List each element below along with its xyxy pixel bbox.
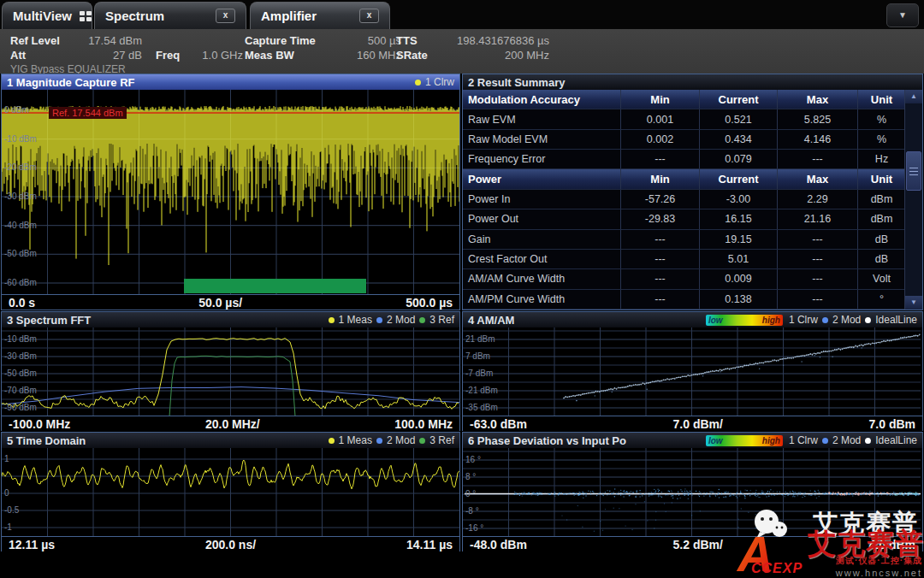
att-value[interactable]: 27 dB [50, 49, 142, 62]
result-summary-table: Modulation AccuracyMinCurrentMaxUnitRaw … [463, 90, 905, 310]
tts-value[interactable]: 198.431676836 µs [438, 34, 549, 47]
x-axis: 0.0 s 50.0 µs/ 500.0 µs [2, 294, 459, 310]
time-domain-plot[interactable]: 10-0.5-1 [2, 448, 459, 536]
window-title-bar[interactable]: 2 Result Summary [463, 74, 922, 90]
y-axis-label: -35 dBm [465, 403, 498, 412]
x-axis: -100.0 MHz20.0 MHz/100.0 MHz [2, 416, 459, 431]
y-axis-label: -21 dBm [465, 386, 498, 395]
y-axis-label: -90 dBm [4, 403, 37, 412]
spectrum-fft-plot[interactable]: -10 dBm-30 dBm-50 dBm-70 dBm-90 dBm [2, 327, 459, 416]
table-row: Gain---19.15---dB [463, 230, 905, 250]
y-axis-label: -40 dBm [4, 221, 37, 230]
y-axis-label: -50 dBm [4, 369, 37, 378]
meas-bw-value[interactable]: 160 MHz [329, 49, 401, 62]
meas-bw-label: Meas BW [245, 49, 294, 62]
tab-spectrum[interactable]: Spectrum x [94, 2, 246, 29]
y-axis-label: -10 dBm [4, 134, 37, 144]
y-axis-label: 7 dBm [465, 351, 490, 361]
x-axis: -63.0 dBm7.0 dBm/7.0 dBm [463, 416, 922, 431]
y-axis-label: 0 [4, 488, 9, 498]
am-am-plot[interactable]: 21 dBm7 dBm-7 dBm-21 dBm-35 dBm [463, 327, 922, 416]
table-row: Crest Factor Out---5.01---dB [463, 250, 905, 269]
trace-legend-label: 1 Clrw [425, 76, 454, 88]
am-am-trace [463, 327, 921, 416]
y-axis-label: -8 ° [465, 506, 479, 516]
analyzer-screen: MultiView Spectrum x Amplifier x ▼ Ref L… [0, 0, 924, 578]
window-title-bar[interactable]: 5 Time Domain 1 Meas 2 Mod 3 Ref [2, 433, 459, 448]
y-axis-label: -70 dBm [4, 386, 37, 395]
panel6-title: 6 Phase Deviation vs Input Po [468, 434, 626, 447]
panel3-title: 3 Spectrum FFT [7, 314, 91, 327]
spectrum-traces [2, 327, 459, 416]
capture-time-value[interactable]: 500 µs [329, 34, 401, 47]
density-gradient-legend: low high [706, 315, 783, 326]
scroll-up-icon[interactable]: ▲ [905, 90, 922, 103]
tab-amplifier-label: Amplifier [261, 9, 317, 23]
ref-level-marker: Ref. 17.544 dBm [49, 107, 127, 119]
table-scrollbar[interactable]: ▲ ▼ [904, 90, 922, 310]
y-axis-label: -20 dBm [4, 162, 37, 172]
brand-tagline: 测试·仪器·工控·集成 [836, 555, 922, 567]
panel2-title: 2 Result Summary [468, 76, 565, 89]
y-axis-label: -30 dBm [4, 192, 37, 201]
scroll-down-icon[interactable]: ▼ [905, 296, 922, 310]
y-axis-label: 0 dBm [4, 105, 29, 115]
trace-legend: 1 Meas 2 Mod 3 Ref [329, 434, 454, 446]
srate-value[interactable]: 200 MHz [438, 49, 549, 62]
ref-level-value[interactable]: 17.54 dBm [50, 34, 142, 47]
window-title-bar[interactable]: 6 Phase Deviation vs Input Po low high 1… [463, 433, 922, 448]
y-axis-label: -60 dBm [4, 278, 37, 287]
close-icon[interactable]: x [359, 9, 379, 23]
y-axis-label: -7 dBm [465, 369, 493, 378]
brand-en: CCEXP [751, 561, 803, 576]
table-section-header: Modulation AccuracyMinCurrentMaxUnit [463, 90, 905, 109]
window-title-bar[interactable]: 1 Magnitude Capture RF 1 Clrw [2, 74, 459, 90]
close-icon[interactable]: x [216, 9, 235, 23]
table-row: AM/AM Curve Width---0.009---Volt [463, 269, 905, 289]
table-row: AM/PM Curve Width---0.138---° [463, 290, 905, 310]
trace-dot [415, 80, 421, 86]
window-title-bar[interactable]: 4 AM/AM low high 1 Clrw 2 Mod IdealLine [463, 312, 922, 327]
x-axis: 12.11 µs200.0 ns/14.11 µs [2, 536, 459, 551]
panel5-title: 5 Time Domain [7, 434, 86, 447]
tab-amplifier[interactable]: Amplifier x [250, 2, 390, 29]
table-row: Power In-57.26-3.002.29dBm [463, 190, 905, 209]
magnitude-trace [2, 90, 459, 294]
panel4-title: 4 AM/AM [468, 314, 514, 327]
chevron-down-icon[interactable]: ▼ [886, 3, 919, 27]
y-axis-label: 1 [4, 454, 9, 463]
freq-value[interactable]: 1.0 GHz [190, 49, 243, 62]
trace-legend: 1 Clrw 2 Mod IdealLine [789, 434, 917, 446]
scroll-thumb[interactable] [906, 151, 921, 191]
capture-time-label: Capture Time [245, 34, 316, 47]
x-axis-left: 0.0 s [9, 296, 35, 310]
brand-url: www.hncsw.net [836, 568, 922, 578]
y-axis-label: 21 dBm [465, 334, 495, 344]
watermark: A 艾克赛普 艾克赛普 CCEXP 测试·仪器·工控·集成 www.hncsw.… [726, 506, 924, 578]
x-axis-center: 50.0 µs/ [198, 296, 242, 310]
freq-label: Freq [156, 49, 180, 62]
y-axis-label: -16 ° [465, 523, 483, 533]
y-axis-label: 16 ° [465, 455, 481, 464]
window-result-summary: 2 Result Summary Modulation AccuracyMinC… [462, 74, 923, 310]
tab-bar: MultiView Spectrum x Amplifier x ▼ [0, 0, 924, 29]
y-axis-label: -1 [4, 522, 12, 532]
y-axis-label: -10 dBm [4, 334, 37, 344]
time-domain-trace [2, 448, 459, 536]
tab-multiview-label: MultiView [13, 9, 72, 23]
table-section-header: PowerMinCurrentMaxUnit [463, 169, 905, 189]
trace-legend: 1 Clrw [415, 76, 454, 88]
measurement-header: Ref Level 17.54 dBm Att 27 dB Freq 1.0 G… [0, 29, 924, 74]
att-label: Att [10, 49, 26, 62]
tts-label: TTS [396, 34, 418, 47]
y-axis-label: -30 dBm [4, 351, 37, 361]
trace-legend: 1 Clrw 2 Mod IdealLine [789, 314, 917, 326]
window-time-domain: 5 Time Domain 1 Meas 2 Mod 3 Ref 10-0.5-… [1, 432, 460, 551]
tab-multiview[interactable]: MultiView [2, 2, 92, 29]
window-magnitude-capture: 1 Magnitude Capture RF 1 Clrw Ref. 17.54… [1, 74, 460, 310]
density-gradient-legend: low high [706, 435, 783, 446]
window-title-bar[interactable]: 3 Spectrum FFT 1 Meas 2 Mod 3 Ref [2, 312, 459, 327]
table-row: Power Out-29.8316.1521.16dBm [463, 209, 905, 229]
trace-legend: 1 Meas 2 Mod 3 Ref [329, 314, 454, 326]
magnitude-capture-plot[interactable]: Ref. 17.544 dBm 0 dBm-10 dBm-20 dBm-30 d… [2, 90, 459, 294]
